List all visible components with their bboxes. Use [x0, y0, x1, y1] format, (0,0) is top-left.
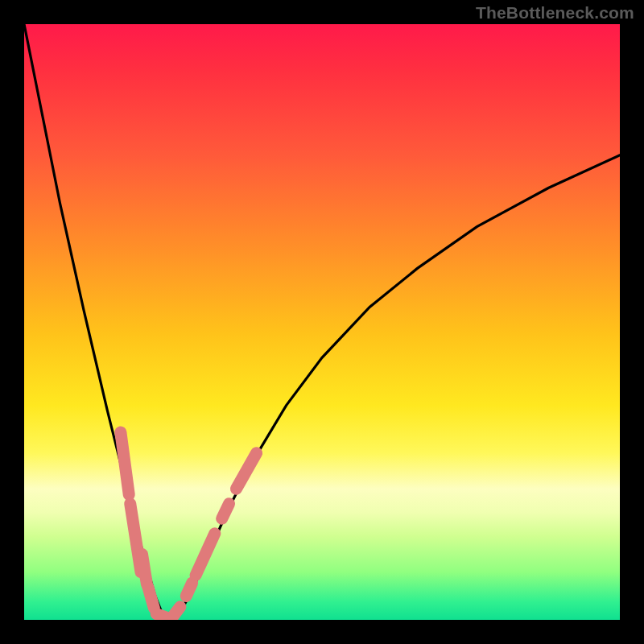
- watermark-text: TheBottleneck.com: [476, 3, 634, 23]
- curve-markers: [121, 432, 257, 619]
- chart-plot-area: [24, 24, 620, 620]
- curve-marker: [196, 534, 215, 576]
- curve-marker: [121, 432, 129, 495]
- curve-marker: [236, 453, 256, 489]
- curve-marker: [148, 587, 154, 608]
- curve-marker: [173, 607, 180, 617]
- chart-frame: TheBottleneck.com: [0, 0, 644, 644]
- bottleneck-curve-path: [24, 24, 620, 620]
- curve-marker: [222, 504, 229, 519]
- curve-marker: [142, 555, 147, 584]
- bottleneck-curve-svg: [24, 24, 620, 620]
- curve-marker: [186, 583, 192, 596]
